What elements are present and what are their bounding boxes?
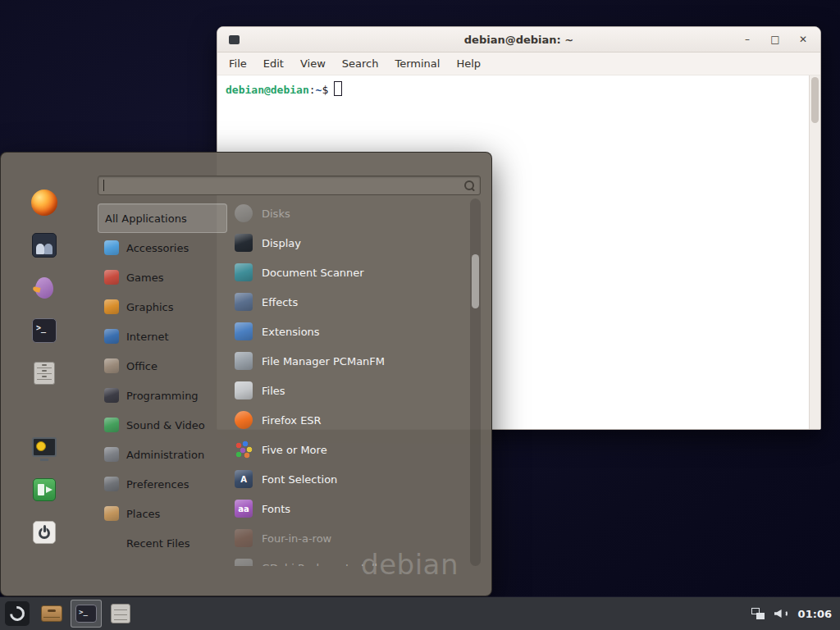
category-places[interactable]: Places — [98, 499, 227, 528]
category-office[interactable]: Office — [98, 351, 227, 381]
category-all-applications[interactable]: All Applications — [98, 203, 227, 233]
terminal-menu-terminal[interactable]: Terminal — [395, 57, 440, 70]
shutdown-icon — [33, 521, 56, 544]
category-sound-video[interactable]: Sound & Video — [98, 410, 227, 440]
app-label: Extensions — [262, 326, 320, 338]
category-label: Accessories — [126, 242, 189, 254]
pidgin-icon — [32, 276, 57, 300]
category-label: Graphics — [126, 301, 173, 313]
category-label: Internet — [126, 331, 169, 343]
launcher-terminal[interactable] — [71, 600, 102, 628]
favorite-file-manager[interactable] — [20, 353, 69, 394]
app-label: Font Selection — [262, 473, 337, 486]
favorite-firefox[interactable] — [20, 182, 69, 223]
app-files[interactable]: Files — [235, 376, 464, 405]
applications-scrollbar-thumb[interactable] — [472, 254, 479, 308]
files-icon — [111, 604, 130, 623]
file-manager-icon — [41, 605, 62, 622]
five-or-more-icon — [235, 441, 253, 459]
network-icon[interactable] — [751, 608, 765, 619]
app-label: File Manager PCManFM — [262, 355, 385, 368]
terminal-title: debian@debian: ~ — [464, 34, 573, 46]
app-effects[interactable]: Effects — [235, 287, 464, 317]
administration-icon — [104, 447, 119, 462]
extensions-icon — [235, 322, 253, 340]
logout-button[interactable] — [20, 469, 69, 510]
applications-scrollbar[interactable] — [470, 199, 481, 566]
terminal-menu-help[interactable]: Help — [456, 57, 481, 70]
category-administration[interactable]: Administration — [98, 440, 227, 469]
app-five-or-more[interactable]: Five or More — [235, 435, 464, 464]
debian-swirl-icon — [7, 603, 27, 623]
prompt-user-host: debian@debian — [226, 84, 309, 96]
system-tray: 01:06 — [751, 608, 840, 620]
category-games[interactable]: Games — [98, 262, 227, 292]
lock-screen-icon — [32, 437, 57, 457]
app-label: Five or More — [262, 444, 327, 456]
app-firefox-esr[interactable]: Firefox ESR — [235, 405, 464, 435]
terminal-scrollbar[interactable] — [809, 75, 820, 430]
favorite-terminal[interactable] — [20, 310, 69, 351]
menu-logo-background — [5, 601, 30, 626]
app-document-scanner[interactable]: Document Scanner — [235, 258, 464, 287]
category-label: Places — [126, 508, 160, 520]
disks-icon — [235, 204, 253, 222]
terminal-titlebar[interactable]: debian@debian: ~ – □ ✕ — [217, 27, 820, 52]
maximize-button[interactable]: □ — [769, 34, 781, 45]
terminal-icon — [75, 605, 97, 623]
programming-icon — [104, 388, 119, 403]
launcher-files[interactable] — [105, 600, 136, 628]
app-label: Display — [262, 237, 301, 249]
terminal-menu-search[interactable]: Search — [342, 57, 379, 70]
app-label: Firefox ESR — [262, 414, 322, 427]
games-icon — [104, 270, 119, 285]
minimize-button[interactable]: – — [742, 34, 753, 45]
category-list: All ApplicationsAccessoriesGamesGraphics… — [98, 203, 227, 558]
terminal-menu-file[interactable]: File — [229, 57, 247, 70]
menu-search — [98, 176, 481, 195]
firefox-esr-icon — [235, 411, 253, 429]
app-label: Files — [262, 385, 285, 397]
category-programming[interactable]: Programming — [98, 381, 227, 410]
app-fonts[interactable]: aaFonts — [235, 494, 464, 523]
category-label: Office — [126, 360, 158, 372]
lock-screen-button[interactable] — [20, 427, 69, 468]
internet-icon — [104, 329, 119, 344]
menu-button[interactable] — [0, 597, 34, 630]
app-label: Four-in-a-row — [262, 532, 331, 545]
category-label: Recent Files — [126, 537, 190, 550]
app-disks[interactable]: Disks — [235, 199, 464, 228]
category-label: Programming — [126, 390, 199, 402]
category-graphics[interactable]: Graphics — [98, 292, 227, 322]
files-icon — [235, 381, 253, 399]
fonts-icon: aa — [235, 500, 253, 518]
app-label: Document Scanner — [262, 267, 364, 279]
category-recent-files[interactable]: Recent Files — [98, 528, 227, 558]
file-manager-icon — [34, 362, 55, 385]
app-file-manager-pcmanfm[interactable]: File Manager PCManFM — [235, 346, 464, 376]
app-label: Effects — [262, 296, 298, 308]
app-extensions[interactable]: Extensions — [235, 317, 464, 346]
category-accessories[interactable]: Accessories — [98, 233, 227, 262]
close-button[interactable]: ✕ — [797, 34, 809, 45]
preferences-icon — [104, 477, 119, 491]
search-icon — [463, 180, 475, 191]
volume-icon[interactable] — [774, 608, 788, 619]
category-preferences[interactable]: Preferences — [98, 469, 227, 499]
category-label: Games — [126, 272, 163, 284]
shutdown-button[interactable] — [20, 512, 69, 553]
search-input[interactable] — [98, 176, 481, 195]
favorite-users-app[interactable] — [20, 225, 69, 266]
terminal-scrollbar-thumb[interactable] — [811, 77, 819, 123]
favorite-pidgin[interactable] — [20, 267, 69, 308]
category-internet[interactable]: Internet — [98, 322, 227, 351]
terminal-menu-view[interactable]: View — [300, 57, 326, 70]
clock[interactable]: 01:06 — [798, 608, 832, 620]
app-display[interactable]: Display — [235, 228, 464, 258]
terminal-window-icon — [229, 35, 240, 44]
application-menu: All ApplicationsAccessoriesGamesGraphics… — [0, 152, 492, 596]
four-in-a-row-icon — [235, 529, 253, 547]
app-font-selection[interactable]: AFont Selection — [235, 464, 464, 494]
launcher-file-manager[interactable] — [36, 600, 67, 628]
terminal-menu-edit[interactable]: Edit — [263, 57, 284, 70]
